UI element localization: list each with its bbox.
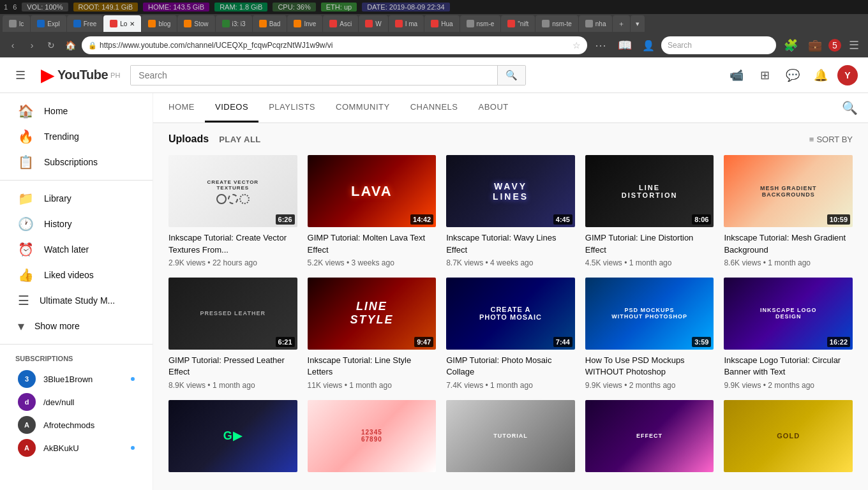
tab-list[interactable]: ▾ [631, 15, 645, 32]
video-card-v2[interactable]: LAVA 14:42 GIMP Tutorial: Molten Lava Te… [308, 155, 437, 267]
tab-nsmte[interactable]: nsm-te [535, 15, 578, 32]
reading-mode-icon[interactable]: 📖 [614, 38, 636, 52]
sub-item-akbkuku[interactable]: A AkBKukU [3, 436, 150, 459]
sidebar-item-library[interactable]: 📁 Library [3, 186, 150, 211]
youtube-search-input[interactable] [131, 66, 497, 85]
video-card-r3v3[interactable]: TUTORIAL [446, 400, 575, 472]
tab-inve[interactable]: Inve [287, 15, 322, 32]
tab-lc[interactable]: lc [3, 15, 30, 32]
sidebar-item-history[interactable]: 🕐 History [3, 211, 150, 237]
channel-nav-videos[interactable]: VIDEOS [205, 93, 258, 122]
video-card-v5[interactable]: MESH GRADIENTBACKGROUNDS 10:59 Inkscape … [724, 155, 853, 267]
liked-videos-icon: 👍 [18, 267, 34, 283]
video-card-r3v4[interactable]: EFFECT [585, 400, 714, 472]
channel-nav-about[interactable]: ABOUT [468, 93, 519, 122]
bookmark-icon[interactable]: ☆ [572, 40, 581, 50]
wallet-icon[interactable]: 💼 [805, 38, 825, 52]
tab-nift[interactable]: "nift [501, 15, 535, 32]
video-thumbnail-v8: CREATE APHOTO MOSAIC 7:44 [446, 278, 575, 350]
sub-avatar-akbkuku: A [18, 439, 36, 457]
sidebar-item-watch-later[interactable]: ⏰ Watch later [3, 237, 150, 262]
tab-hua[interactable]: Hua [424, 15, 459, 32]
sidebar-item-show-more[interactable]: ▾ Show more [3, 313, 150, 339]
sub-label-afrotechmods: Afrotechmods [43, 420, 94, 430]
video-duration-v8: 7:44 [553, 337, 572, 347]
sidebar-item-subscriptions[interactable]: 📋 Subscriptions [3, 149, 150, 175]
sidebar-item-ultimate-study[interactable]: ☰ Ultimate Study M... [3, 288, 150, 313]
video-card-v10[interactable]: INKSCAPE LOGODESIGN 16:22 Inkscape Logo … [724, 278, 853, 390]
tab-blog[interactable]: blog [142, 15, 177, 32]
cpu-indicator: CPU: 36% [273, 3, 315, 11]
video-card-v1[interactable]: CREATE VECTORTEXTURES 6:26 Inkscape Tuto [168, 155, 297, 267]
upload-button[interactable]: 📹 [725, 64, 748, 87]
play-all-button[interactable]: PLAY ALL [219, 135, 261, 144]
hamburger-menu-button[interactable]: ☰ [10, 63, 31, 87]
user-avatar[interactable]: Y [837, 65, 858, 85]
messages-button[interactable]: 💬 [781, 64, 804, 87]
menu-icon[interactable]: ☰ [845, 38, 863, 52]
tab-w[interactable]: W [359, 15, 387, 32]
sub-item-dev-null[interactable]: d /dev/null [3, 390, 150, 413]
tab-nsme[interactable]: nsm-e [460, 15, 501, 32]
sync-icon[interactable]: 👤 [640, 40, 657, 52]
tab-stow[interactable]: Stow [177, 15, 214, 32]
sidebar-item-liked-videos[interactable]: 👍 Liked videos [3, 262, 150, 288]
tab-bad[interactable]: Bad [253, 15, 287, 32]
video-title-v2: GIMP Tutorial: Molten Lava Text Effect [308, 232, 437, 255]
system-bar: 1 6 VOL: 100% ROOT: 149.1 GiB HOME: 143.… [0, 0, 868, 14]
sub-label-3blue1brown: 3Blue1Brown [43, 375, 93, 384]
extensions-icon[interactable]: 🧩 [780, 38, 802, 52]
sub-item-afrotechmods[interactable]: A Afrotechmods [3, 413, 150, 436]
channel-search-button[interactable]: 🔍 [837, 95, 863, 121]
sort-by-button[interactable]: ≡ SORT BY [809, 135, 853, 144]
channel-nav-community[interactable]: COMMUNITY [326, 93, 400, 122]
video-card-v4[interactable]: LINEDISTORTION 8:06 GIMP Tutorial: Line … [585, 155, 714, 267]
forward-button[interactable]: › [24, 38, 40, 53]
channel-nav-playlists[interactable]: PLAYLISTS [258, 93, 326, 122]
video-card-r3v1[interactable]: G▶ [168, 400, 297, 472]
channel-nav-home[interactable]: HOME [158, 93, 205, 122]
sidebar-item-home[interactable]: 🏠 Home [3, 98, 150, 124]
reload-button[interactable]: ↻ [43, 38, 59, 53]
notifications-button[interactable]: 🔔 [809, 64, 832, 87]
video-thumbnail-v3: WAVYLINES 4:45 [446, 155, 575, 227]
video-card-v7[interactable]: LINESTYLE 9:47 Inkscape Tutorial: Line S… [308, 278, 437, 390]
video-grid-row3: G▶ 1234567890 TUTORIAL [168, 400, 853, 472]
youtube-region-suffix: PH [110, 71, 120, 79]
back-button[interactable]: ‹ [5, 38, 20, 53]
history-icon: 🕐 [18, 216, 34, 232]
video-info-v8: GIMP Tutorial: Photo Mosaic Collage 7.4K… [446, 350, 575, 389]
tab-free[interactable]: Free [67, 15, 103, 32]
video-card-r3v5[interactable]: GOLD [724, 400, 853, 472]
sidebar-item-trending[interactable]: 🔥 Trending [3, 124, 150, 149]
more-options-icon[interactable]: ⋯ [591, 38, 610, 52]
video-card-v8[interactable]: CREATE APHOTO MOSAIC 7:44 GIMP Tutorial:… [446, 278, 575, 390]
sub-item-3blue1brown[interactable]: 3 3Blue1Brown [3, 368, 150, 390]
video-card-v3[interactable]: WAVYLINES 4:45 Inkscape Tutorial: Wavy L… [446, 155, 575, 267]
tab-asci[interactable]: Asci [323, 15, 358, 32]
home-button[interactable]: 🏠 [63, 38, 78, 53]
video-info-v3: Inkscape Tutorial: Wavy Lines Effect 8.7… [446, 227, 575, 267]
channel-nav-channels[interactable]: CHANNELS [400, 93, 468, 122]
sub-label-akbkuku: AkBKukU [43, 443, 79, 453]
youtube-logo[interactable]: ▶ YouTubePH [41, 64, 120, 85]
video-duration-v1: 6:26 [276, 214, 295, 225]
tab-new[interactable]: ＋ [613, 15, 630, 32]
apps-button[interactable]: ⊞ [753, 64, 776, 87]
video-card-v6[interactable]: PRESSED LEATHER 6:21 GIMP Tutorial: Pres… [168, 278, 297, 390]
video-card-v9[interactable]: PSD MOCKUPSWITHOUT PHOTOSHOP 3:59 How To… [585, 278, 714, 390]
tab-ima[interactable]: I ma [389, 15, 424, 32]
youtube-sidebar: 🏠 Home 🔥 Trending 📋 Subscriptions 📁 Libr… [0, 93, 153, 490]
address-bar[interactable]: 🔒 https://www.youtube.com/channel/UCEQXp… [82, 36, 587, 54]
tab-expl[interactable]: Expl [31, 15, 66, 32]
tab-nha[interactable]: nha [579, 15, 613, 32]
tab-i3[interactable]: i3: i3 [216, 15, 252, 32]
sidebar-home-label: Home [44, 106, 68, 116]
video-meta-v10: 9.9K views • 2 months ago [724, 381, 853, 390]
tab-lo[interactable]: Lo ✕ [103, 15, 141, 32]
video-card-r3v2[interactable]: 1234567890 [308, 400, 437, 472]
youtube-search-button[interactable]: 🔍 [497, 66, 525, 85]
browser-tab-bar: lc Expl Free Lo ✕ blog Stow i3: i3 Bad I… [0, 14, 868, 33]
url-text: https://www.youtube.com/channel/UCEQXp_f… [100, 41, 570, 50]
browser-search-bar[interactable]: Search [661, 36, 776, 54]
